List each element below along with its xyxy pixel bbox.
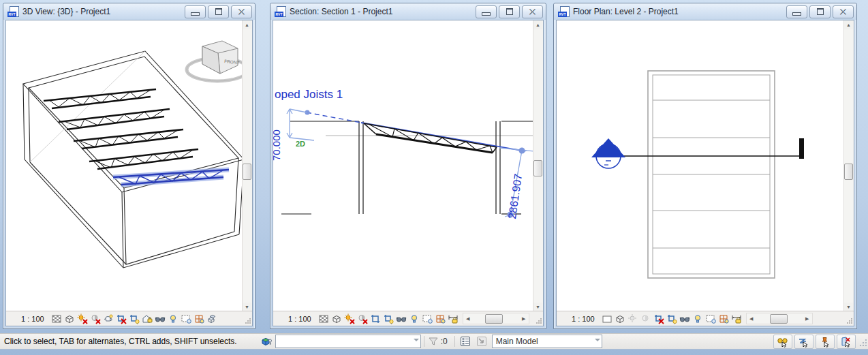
vertical-scrollbar[interactable]: ▲ ▼ [242,20,252,311]
minimize-button[interactable] [185,5,206,18]
dimension-handle-top[interactable] [519,148,525,154]
restore-button[interactable] [809,5,831,18]
scroll-thumb[interactable] [844,164,853,180]
show-crop-region-icon[interactable] [129,313,140,324]
level-name-label[interactable]: oped Joists 1 [275,88,343,102]
joist-4[interactable] [89,149,198,169]
pinned-elements-select-icon[interactable] [819,336,831,348]
section-tail[interactable] [799,138,804,159]
visual-style-icon[interactable] [331,313,342,324]
scroll-thumb[interactable] [770,314,788,324]
restore-button[interactable] [499,5,520,18]
viewcube[interactable]: FRONT [187,41,243,81]
temporary-view-properties-icon[interactable] [705,313,716,324]
pinned-elements-select-button[interactable] [816,335,835,349]
section-marker[interactable] [591,138,804,168]
show-crop-region-icon[interactable] [383,313,394,324]
editable-only-select-icon[interactable] [777,336,789,348]
locked-3d-view-icon[interactable] [142,313,153,324]
floor-plan-canvas[interactable] [557,20,844,311]
shadows-off-icon[interactable] [90,313,101,324]
detail-level-coarse-icon[interactable] [602,313,613,324]
scroll-left-arrow[interactable]: ◀ [463,314,473,323]
crop-view-off-icon[interactable] [116,313,127,324]
links-select-icon[interactable] [798,336,810,348]
detail-level-icon[interactable] [51,313,62,324]
links-select-button[interactable] [794,335,813,349]
scroll-up-arrow[interactable]: ▲ [844,20,853,29]
selected-joist[interactable] [113,170,229,185]
window-floor-plan[interactable]: RVT Floor Plan: Level 2 - Project1 ⤫ [553,3,857,329]
scroll-left-arrow[interactable]: ◀ [747,314,756,323]
reveal-hidden-elements-icon[interactable] [692,313,703,324]
level-elevation-value[interactable]: 70.000 [273,124,281,161]
vertical-scrollbar[interactable]: ▲ ▼ [533,20,543,311]
scroll-up-arrow[interactable]: ▲ [533,20,542,29]
joist-2[interactable] [59,109,170,129]
visual-style-icon[interactable] [615,313,625,324]
visual-style-icon[interactable] [64,313,75,324]
vertical-scrollbar[interactable]: ▲ ▼ [843,20,854,311]
sun-path-off-icon[interactable] [77,313,88,324]
scroll-right-arrow[interactable]: ▶ [803,314,812,323]
rendering-dialog-icon[interactable] [103,313,114,324]
2d-extents-tag[interactable]: 2D [296,140,305,148]
joist-3[interactable] [74,129,183,149]
design-options-dialog-icon[interactable] [459,335,471,348]
resize-grip[interactable] [536,318,542,324]
analytical-model-icon[interactable] [718,313,729,324]
temporary-view-properties-icon[interactable] [181,313,191,324]
temporary-hide-isolate-icon[interactable] [679,313,690,324]
temporary-hide-isolate-icon[interactable] [396,313,407,324]
resize-grip[interactable] [846,318,853,324]
minimize-button[interactable] [476,5,497,18]
active-only-icon[interactable] [476,335,488,348]
sun-path-off-icon[interactable] [344,313,355,324]
scale-button[interactable]: 1 : 100 [572,315,595,323]
3d-view-canvas[interactable]: FRONT [6,20,243,311]
titlebar-section[interactable]: RVT Section: Section 1 - Project1 ⤫ [270,3,546,20]
scroll-up-arrow[interactable]: ▲ [243,20,251,29]
editable-only-select-button[interactable] [773,335,792,349]
building-shell[interactable] [23,51,243,268]
sun-path-disabled-icon[interactable] [627,313,638,324]
close-button[interactable]: ⤫ [522,5,543,18]
joist-1[interactable] [44,89,156,108]
crop-view-on-icon[interactable] [370,313,381,324]
close-button[interactable]: ⤫ [833,5,854,18]
crop-view-off-icon[interactable] [653,313,664,324]
show-crop-region-icon[interactable] [666,313,677,324]
window-resize-grip[interactable] [858,339,867,348]
displace-elements-icon[interactable] [206,313,217,324]
close-button[interactable]: ⤫ [231,5,252,18]
filter-icon[interactable] [427,335,439,348]
shadows-off-icon[interactable] [357,313,368,324]
sloped-joist-section[interactable] [364,123,497,153]
scroll-thumb[interactable] [533,160,542,176]
reveal-hidden-elements-icon[interactable] [409,313,420,324]
reveal-constraints-icon[interactable] [731,313,742,324]
horizontal-scrollbar[interactable]: ◀ ▶ [746,313,813,324]
shadows-disabled-icon[interactable] [640,313,651,324]
restore-button[interactable] [208,5,229,18]
temporary-view-properties-icon[interactable] [422,313,433,324]
scroll-right-arrow[interactable]: ▶ [519,314,529,323]
detail-level-icon[interactable] [318,313,329,324]
active-workset-dropdown[interactable] [275,335,421,348]
scale-button[interactable]: 1 : 100 [21,315,44,323]
level-dimension[interactable] [287,109,314,140]
reveal-hidden-elements-icon[interactable] [168,313,179,324]
plan-building-outline[interactable] [648,71,775,278]
scale-button[interactable]: 1 : 100 [288,315,311,323]
window-3d-view[interactable]: RVT 3D View: {3D} - Project1 ⤫ [3,3,255,329]
resize-grip[interactable] [245,318,251,324]
analytical-model-icon[interactable] [435,313,446,324]
horizontal-scrollbar[interactable]: ◀ ▶ [463,313,529,324]
titlebar-floor-plan[interactable]: RVT Floor Plan: Level 2 - Project1 ⤫ [554,3,856,20]
section-view-canvas[interactable]: oped Joists 1 70.000 2861.907 2D [273,20,533,311]
exclude-options-select-button[interactable] [837,335,856,349]
scroll-thumb[interactable] [485,314,503,324]
active-design-option-dropdown[interactable]: Main Model [492,335,602,348]
reveal-constraints-icon[interactable] [448,313,459,324]
analytical-model-icon[interactable] [193,313,204,324]
